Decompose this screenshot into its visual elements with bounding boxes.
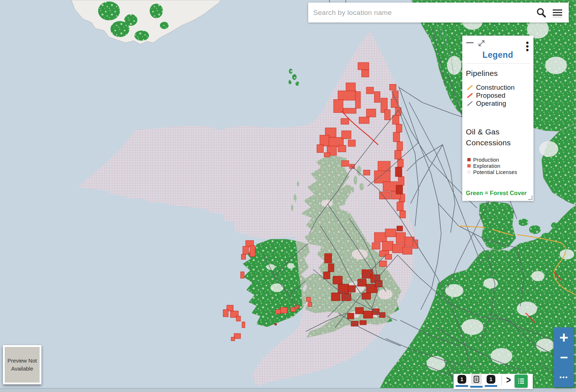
legend-divider	[466, 63, 530, 64]
attribute-table-button[interactable]	[515, 375, 528, 388]
legend-item-exploration: Exploration	[467, 163, 533, 169]
legend-item-production: Production	[467, 157, 533, 163]
tab-underline	[485, 385, 497, 387]
more-tools-button[interactable]: •••	[553, 367, 574, 387]
search-bar	[308, 3, 569, 23]
document-icon	[474, 376, 479, 383]
toolbar-tab-3[interactable]: 1	[485, 375, 497, 387]
proposed-line-swatch	[466, 93, 475, 98]
tab-underline	[470, 386, 483, 388]
operating-line-swatch	[466, 101, 475, 106]
bottom-toolbar: 1 1 >	[454, 374, 533, 389]
hamburger-icon	[550, 7, 566, 19]
legend-header: •••	[462, 36, 533, 49]
legend-panel: ••• Legend Pipelines Construction Propos…	[462, 36, 533, 201]
construction-line-swatch	[466, 85, 475, 90]
zoom-controls: + − •••	[553, 327, 574, 387]
menu-button[interactable]	[550, 7, 569, 19]
search-icon	[533, 7, 550, 19]
potential-licenses-swatch	[467, 170, 471, 174]
legend-item-operating: Operating	[466, 100, 533, 108]
production-swatch	[467, 158, 471, 161]
concessions-heading: Oil & Gas Concessions	[466, 126, 520, 148]
zoom-in-button[interactable]: +	[553, 327, 574, 347]
count-badge: 1	[458, 375, 466, 384]
legend-item-potential-licenses: Potential Licenses	[467, 169, 533, 175]
basemap-preview-label: Preview Not Available	[7, 357, 38, 373]
toolbar-tab-1[interactable]: 1	[456, 375, 468, 387]
legend-section-pipelines: Pipelines Construction Proposed Operatin…	[462, 68, 533, 175]
map-app: ••• Legend Pipelines Construction Propos…	[0, 0, 576, 392]
kebab-menu-icon[interactable]: •••	[523, 41, 531, 52]
exploration-swatch	[467, 164, 471, 167]
pipelines-heading: Pipelines	[466, 68, 533, 79]
next-arrow-icon[interactable]: >	[505, 374, 512, 386]
basemap-preview[interactable]: Preview Not Available	[3, 345, 41, 384]
legend-item-construction: Construction	[466, 84, 533, 92]
expand-icon[interactable]	[478, 39, 486, 47]
toolbar-tab-2[interactable]	[470, 375, 483, 388]
forest-cover-note: Green = Forest Cover	[466, 190, 527, 197]
list-icon	[517, 377, 525, 385]
search-button[interactable]	[533, 7, 550, 19]
zoom-out-button[interactable]: −	[553, 347, 574, 367]
legend-item-proposed: Proposed	[466, 92, 533, 100]
legend-title: Legend	[462, 50, 533, 60]
count-badge: 1	[487, 375, 495, 384]
tab-underline	[456, 385, 468, 387]
toolbar-divider	[502, 376, 502, 385]
collapse-icon[interactable]	[466, 42, 474, 43]
resize-handle[interactable]	[528, 195, 532, 200]
search-input[interactable]	[308, 3, 533, 23]
